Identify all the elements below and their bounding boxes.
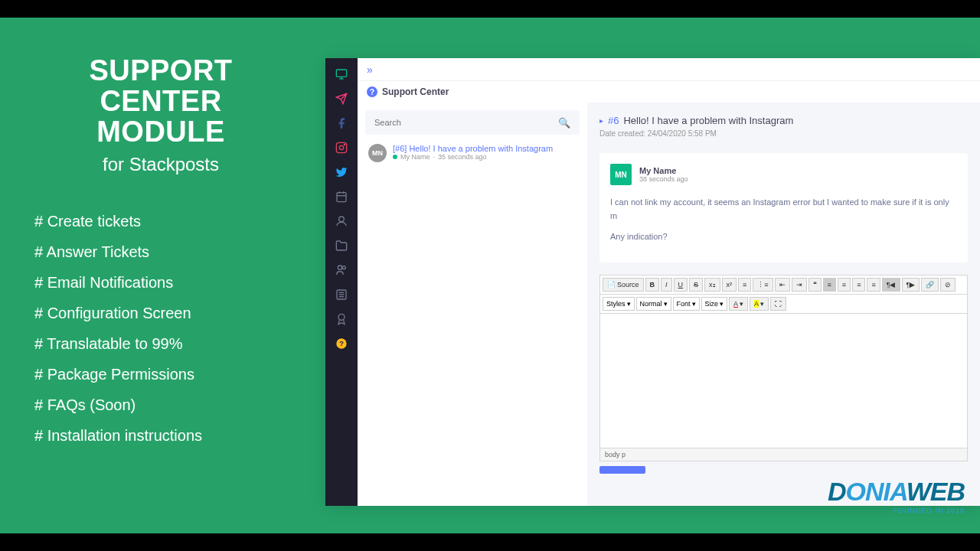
numbered-list-button[interactable]: ≡ (738, 278, 751, 292)
ltr-button[interactable]: ¶◀ (882, 278, 900, 292)
detail-header: ▸ #6 Hello! I have a problem with Instag… (599, 115, 968, 126)
app-topbar: » (358, 58, 980, 81)
page-title: Support Center (382, 86, 449, 97)
svg-point-10 (339, 217, 345, 222)
align-left-button[interactable]: ≡ (823, 278, 836, 292)
search-box[interactable]: 🔍 (365, 110, 580, 135)
bullet-list-button[interactable]: ⋮≡ (753, 278, 773, 292)
italic-button[interactable]: I (661, 278, 672, 292)
outdent-button[interactable]: ⇤ (775, 278, 790, 292)
promo-title: SUPPORT CENTERMODULE (27, 56, 295, 148)
page-title-row: ? Support Center (358, 81, 980, 103)
feature-item: # Email Notifications (27, 267, 295, 298)
user-icon[interactable] (335, 214, 348, 228)
quote-button[interactable]: ❝ (808, 278, 822, 292)
ticket-list-item[interactable]: MN [#6] Hello! I have a problem with Ins… (365, 135, 580, 171)
feature-item: # FAQs (Soon) (27, 390, 295, 420)
ticket-number: #6 (608, 115, 619, 126)
question-icon: ? (367, 86, 377, 97)
align-right-button[interactable]: ≡ (852, 278, 865, 292)
feature-item: # Package Permissions (27, 359, 295, 390)
unlink-button[interactable]: ⊘ (940, 278, 956, 292)
svg-point-12 (342, 266, 345, 269)
send-button[interactable] (599, 466, 645, 474)
ticket-meta: My Name · 35 seconds ago (393, 153, 553, 161)
top-black-bar (0, 0, 980, 18)
indent-button[interactable]: ⇥ (792, 278, 807, 292)
svg-rect-6 (337, 193, 346, 202)
feature-item: # Configuration Screen (27, 298, 295, 328)
source-button[interactable]: 📄 Source (603, 278, 644, 292)
send-bar (599, 466, 968, 474)
twitter-icon[interactable] (335, 165, 348, 179)
editor-toolbar-1: 📄 Source B I U S x₂ x² ≡ ⋮≡ ⇤ ⇥ ❝ (600, 276, 967, 295)
instagram-icon[interactable] (335, 141, 348, 155)
monitor-icon[interactable] (335, 67, 348, 81)
styles-select[interactable]: Styles ▾ (603, 297, 635, 311)
message-header: MN My Name 38 seconds ago (610, 164, 957, 185)
ticket-title: [#6] Hello! I have a problem with Instag… (393, 144, 553, 153)
font-select[interactable]: Font ▾ (673, 297, 700, 311)
align-center-button[interactable]: ≡ (838, 278, 851, 292)
promo-subtitle: for Stackposts (27, 154, 295, 175)
reply-editor: 📄 Source B I U S x₂ x² ≡ ⋮≡ ⇤ ⇥ ❝ (599, 275, 968, 461)
svg-point-11 (338, 266, 341, 269)
underline-button[interactable]: U (674, 278, 688, 292)
text-color-button[interactable]: A ▾ (729, 297, 748, 311)
message-author: My Name (639, 166, 688, 175)
bottom-black-bar (0, 533, 980, 551)
caret-icon: ▸ (599, 116, 603, 125)
brand-logo: DONIAWEB FOUNDED IN 2018 (828, 477, 965, 514)
search-input[interactable] (374, 118, 558, 127)
ticket-detail-title: Hello! I have a problem with Instagram (623, 115, 793, 126)
align-justify-button[interactable]: ≡ (867, 278, 880, 292)
columns: 🔍 MN [#6] Hello! I have a problem with I… (358, 103, 980, 506)
feature-item: # Answer Tickets (27, 236, 295, 267)
message-card: MN My Name 38 seconds ago I can not link… (599, 153, 968, 262)
size-select[interactable]: Size ▾ (701, 297, 728, 311)
ticket-detail-column: ▸ #6 Hello! I have a problem with Instag… (587, 103, 980, 506)
badge-icon[interactable] (335, 312, 348, 326)
list-icon[interactable] (335, 288, 348, 302)
link-button[interactable]: 🔗 (921, 278, 939, 292)
editor-path: body p (600, 448, 967, 461)
date-created: Date created: 24/04/2020 5:58 PM (599, 129, 968, 138)
editor-textarea[interactable] (600, 314, 967, 448)
rtl-button[interactable]: ¶▶ (902, 278, 920, 292)
bg-color-button[interactable]: A ▾ (750, 297, 769, 311)
promo-panel: SUPPORT CENTERMODULE for Stackposts # Cr… (0, 18, 322, 533)
feature-item: # Create tickets (27, 206, 295, 236)
calendar-icon[interactable] (335, 190, 348, 204)
format-select[interactable]: Normal ▾ (636, 297, 671, 311)
svg-point-4 (339, 145, 343, 149)
svg-rect-0 (336, 70, 346, 77)
editor-toolbar-2: Styles ▾ Normal ▾ Font ▾ Size ▾ A ▾ A ▾ … (600, 295, 967, 314)
feature-item: # Translatable to 99% (27, 328, 295, 359)
users-icon[interactable] (335, 263, 348, 277)
strike-button[interactable]: S (689, 278, 703, 292)
app-window: ? » ? Support Center 🔍 MN (325, 58, 980, 506)
status-dot (393, 155, 397, 159)
maximize-button[interactable]: ⛶ (770, 297, 786, 311)
facebook-icon[interactable] (335, 116, 348, 130)
subscript-button[interactable]: x₂ (704, 278, 720, 292)
folder-icon[interactable] (335, 239, 348, 253)
search-icon[interactable]: 🔍 (558, 117, 570, 129)
message-time: 38 seconds ago (639, 175, 688, 183)
feature-item: # Installation instructions (27, 420, 295, 451)
bold-button[interactable]: B (645, 278, 660, 292)
help-icon[interactable]: ? (335, 337, 348, 350)
svg-point-17 (338, 314, 345, 320)
ticket-list-column: 🔍 MN [#6] Hello! I have a problem with I… (358, 103, 587, 506)
send-icon[interactable] (335, 92, 348, 106)
ticket-avatar: MN (368, 144, 387, 162)
main-content: SUPPORT CENTERMODULE for Stackposts # Cr… (0, 18, 980, 533)
app-sidebar: ? (325, 58, 358, 506)
message-body: I can not link my account, it seems an I… (610, 196, 957, 244)
superscript-button[interactable]: x² (722, 278, 737, 292)
svg-text:?: ? (339, 340, 344, 347)
expand-icon[interactable]: » (367, 64, 373, 76)
message-avatar: MN (610, 164, 632, 185)
app-content: » ? Support Center 🔍 MN [#6] Hello! I ha… (358, 58, 980, 506)
svg-point-5 (344, 144, 345, 145)
